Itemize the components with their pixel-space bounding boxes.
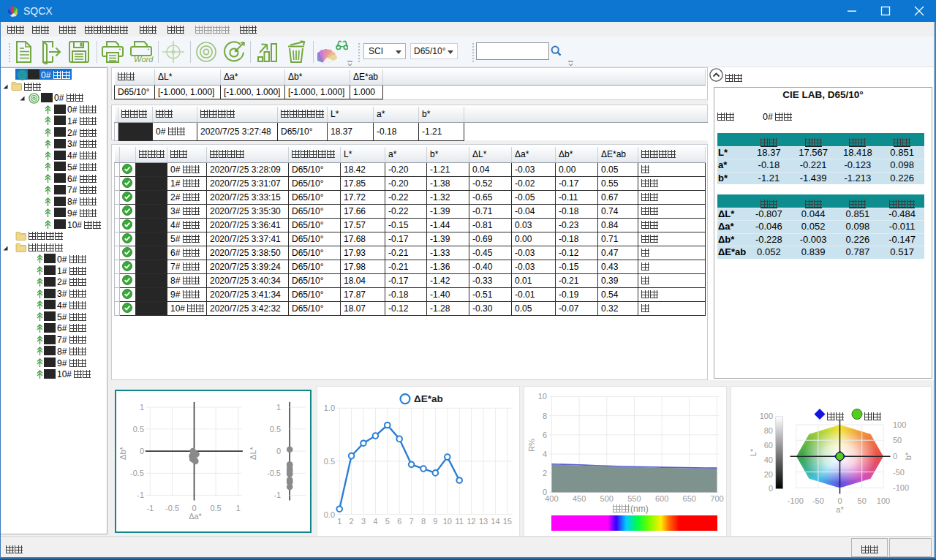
svg-text:ΔE*ab: ΔE*ab: [414, 393, 443, 404]
svg-text:1: 1: [236, 504, 241, 512]
svg-text:550: 550: [627, 494, 641, 503]
svg-text:650: 650: [683, 494, 696, 503]
svg-text:-0.5: -0.5: [267, 469, 281, 477]
svg-text:0.5: 0.5: [324, 457, 335, 466]
svg-text:50: 50: [893, 436, 902, 444]
svg-text:5: 5: [385, 517, 390, 526]
svg-text:500: 500: [600, 494, 614, 503]
svg-text:0.0: 0.0: [324, 510, 335, 519]
svg-text:14: 14: [491, 517, 499, 526]
svg-text:6: 6: [543, 431, 547, 439]
svg-text:-100: -100: [893, 483, 909, 492]
svg-text:8: 8: [421, 517, 426, 526]
svg-text:-1: -1: [137, 491, 144, 499]
svg-text:0: 0: [276, 447, 281, 455]
svg-text:0: 0: [837, 496, 842, 505]
svg-text:2: 2: [350, 517, 354, 526]
svg-text:80: 80: [764, 426, 773, 435]
svg-text:10: 10: [538, 392, 547, 401]
svg-text:450: 450: [573, 494, 586, 503]
svg-text:1.0: 1.0: [324, 404, 335, 412]
svg-text:6: 6: [397, 517, 401, 526]
svg-text:15: 15: [503, 517, 512, 526]
svg-text:0: 0: [140, 447, 144, 455]
svg-text:-1: -1: [146, 504, 154, 512]
svg-text:12: 12: [467, 517, 475, 526]
svg-text:Δb*: Δb*: [118, 446, 127, 459]
svg-text:ΔL*: ΔL*: [249, 446, 257, 459]
svg-text:7: 7: [410, 517, 414, 526]
svg-text:8: 8: [543, 412, 547, 420]
svg-text:60: 60: [764, 441, 773, 450]
svg-text:700: 700: [710, 494, 723, 503]
svg-text:100: 100: [760, 412, 773, 420]
svg-text:a*: a*: [836, 505, 844, 514]
svg-text:0: 0: [893, 452, 897, 461]
svg-text:Word: Word: [134, 55, 154, 64]
svg-text:-1: -1: [273, 491, 281, 499]
svg-text:0.5: 0.5: [133, 425, 144, 434]
svg-text:100: 100: [893, 420, 906, 429]
svg-text:9: 9: [433, 517, 437, 526]
svg-text:2: 2: [543, 469, 547, 477]
svg-text:-0.5: -0.5: [130, 469, 144, 477]
svg-text:Δa*: Δa*: [189, 512, 202, 521]
svg-text:10: 10: [443, 517, 452, 526]
svg-text:40: 40: [764, 455, 773, 464]
svg-text:1: 1: [337, 517, 341, 526]
svg-text:-100: -100: [788, 496, 804, 505]
svg-text:R%: R%: [527, 439, 536, 452]
svg-text:0.5: 0.5: [210, 504, 221, 512]
svg-text:-50: -50: [893, 468, 905, 477]
svg-text:0: 0: [769, 484, 773, 493]
svg-text:0.5: 0.5: [270, 425, 281, 434]
svg-text:1: 1: [140, 403, 144, 412]
svg-text:100: 100: [877, 496, 890, 505]
svg-text:11: 11: [455, 517, 463, 526]
svg-text:13: 13: [479, 517, 488, 526]
svg-text:1: 1: [276, 403, 281, 412]
svg-text:-50: -50: [812, 496, 824, 505]
svg-text:3: 3: [361, 517, 366, 526]
svg-text:L*: L*: [749, 448, 758, 456]
svg-text:b*: b*: [904, 452, 913, 460]
svg-text:0: 0: [543, 488, 547, 496]
svg-text:600: 600: [655, 494, 668, 503]
svg-text:50: 50: [858, 496, 867, 505]
svg-text:20: 20: [764, 470, 773, 479]
svg-text:4: 4: [373, 517, 377, 526]
svg-text:4: 4: [543, 450, 547, 458]
svg-text:-0.5: -0.5: [165, 504, 179, 512]
